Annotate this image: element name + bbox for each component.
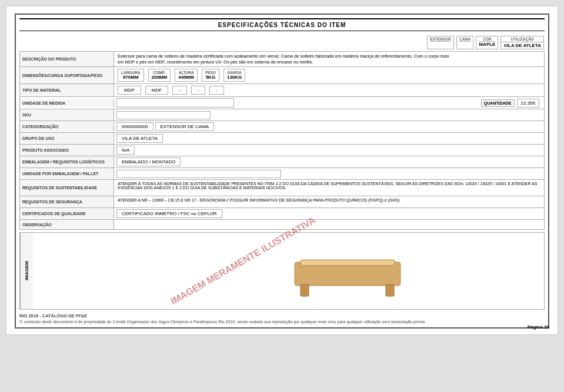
- qualidade-content: CERTIFICADO INMETRO / FSC ou CEFLOR: [114, 208, 544, 219]
- tipo-label: TIPO DE MATERIAL: [20, 84, 114, 96]
- header-cama: CAMA: [456, 36, 474, 49]
- footer: RIO 2016 - CATÁLOGO DE FF&E O conteúdo d…: [19, 313, 545, 324]
- embalagem-value: EMBALADO / MONTADO: [116, 158, 181, 166]
- tipo-row: TIPO DE MATERIAL MDP MDF - - -: [19, 83, 545, 96]
- garga-cell: GARGA 130KG: [223, 69, 245, 82]
- sustent-row: REQUISITOS DE SUSTENTABILIDADE ATENDER À…: [19, 179, 545, 196]
- dimensoes-row: DIMENSÕES/CARGA SUPORTADA/PESO LARGURA 9…: [19, 66, 545, 83]
- grupo-value: VILA DE ATLETA: [116, 134, 163, 143]
- qualidade-value: CERTIFICADO INMETRO / FSC ou CEFLOR: [116, 209, 222, 218]
- observacao-content: [114, 220, 544, 229]
- tipo-content: MDP MDF - - -: [114, 84, 544, 96]
- sustent-content: ATENDER À TODAS AS NORMAS DE SUSTENTABIL…: [114, 180, 544, 196]
- seguranca-row: REQUISITOS DE SEGURANÇA ATENDER A NR – 1…: [19, 196, 545, 207]
- header-cor: COR MAPLE: [476, 36, 498, 49]
- unidade-box: [116, 98, 234, 108]
- descricao-row: DESCRIÇÃO DO PRODUTO Extensor para cama …: [19, 51, 545, 66]
- largura-cell: LARGURA 970MM: [118, 69, 144, 82]
- image-content: IMAGEM MERAMENTE ILUSTRATIVA: [33, 233, 544, 309]
- tipo-val5: -: [209, 86, 224, 95]
- categ-code: 0000000000: [116, 122, 153, 131]
- pallet-label: UNIDADE POR EMBALAGEM / PALLET: [20, 168, 114, 179]
- tipo-val1: MDP: [118, 86, 141, 95]
- page-title: ESPECIFICAÇÕES TÉCNICAS DO ITEM: [19, 18, 545, 31]
- header-utilizacao: UTILIZAÇÃO VILA DE ATLETA: [500, 36, 544, 49]
- tipo-val3: -: [172, 86, 187, 95]
- pallet-row: UNIDADE POR EMBALAGEM / PALLET: [19, 167, 545, 179]
- sku-box: [116, 111, 211, 119]
- sku-label: SKU: [20, 109, 114, 120]
- svg-rect-2: [301, 284, 309, 296]
- sustent-label: REQUISITOS DE SUSTENTABILIDADE: [20, 180, 114, 196]
- qualidade-row: CERTIFICADOS DE QUALIDADE CERTIFICADO IN…: [19, 207, 545, 219]
- footer-title: RIO 2016 - CATÁLOGO DE FF&E: [19, 313, 545, 319]
- pallet-box: [116, 170, 281, 178]
- quantidade-box: QUANTIDADE 22.356: [481, 99, 542, 108]
- header-extensor: EXTENSOR: [427, 36, 454, 49]
- furniture-illustration: [289, 244, 406, 303]
- produto-value: N/A: [116, 146, 135, 155]
- page-number: Página 20: [528, 324, 549, 330]
- categ-desc: EXTENSOR DE CAMA: [155, 122, 215, 131]
- produto-content: N/A: [114, 145, 544, 156]
- embalagem-label: EMBALAGEM / REQUISITOS LOGÍSTICOS: [20, 156, 114, 167]
- descricao-content: Extensor para cama de solteiro de madeir…: [114, 52, 544, 66]
- observacao-label: OBSERVAÇÃO: [20, 220, 114, 229]
- pallet-content: [114, 168, 544, 179]
- observacao-row: OBSERVAÇÃO: [19, 219, 545, 230]
- produto-row: PRODUTO ASSOCIADO N/A: [19, 144, 545, 156]
- grupo-row: GRUPO DE USO VILA DE ATLETA: [19, 132, 545, 144]
- unidade-content: QUANTIDADE 22.356: [114, 97, 544, 109]
- grupo-content: VILA DE ATLETA: [114, 133, 544, 144]
- embalagem-row: EMBALAGEM / REQUISITOS LOGÍSTICOS EMBALA…: [19, 156, 545, 167]
- grupo-label: GRUPO DE USO: [20, 133, 114, 144]
- image-section: IMAGEM IMAGEM MERAMENTE ILUSTRATIVA: [19, 232, 545, 310]
- svg-rect-3: [386, 284, 394, 296]
- unidade-row: UNIDADE DE MEDIDA QUANTIDADE 22.356: [19, 96, 545, 109]
- categ-label: CATEGORIZAÇÃO: [20, 121, 114, 132]
- unidade-label: UNIDADE DE MEDIDA: [20, 99, 114, 107]
- tipo-val4: -: [191, 86, 206, 95]
- dimensoes-content: LARGURA 970MM COMP. 200MM ALTURA 445MM P…: [114, 67, 544, 83]
- image-label: IMAGEM: [20, 233, 33, 309]
- comp-cell: COMP. 200MM: [148, 69, 171, 82]
- footer-text: O conteúdo deste documento é de propried…: [19, 320, 545, 324]
- descricao-label: DESCRIÇÃO DO PRODUTO: [20, 52, 114, 66]
- sku-row: SKU: [19, 109, 545, 120]
- seguranca-label: REQUISITOS DE SEGURANÇA: [20, 196, 114, 207]
- dimensoes-label: DIMENSÕES/CARGA SUPORTADA/PESO: [20, 67, 114, 83]
- categ-row: CATEGORIZAÇÃO 0000000000 EXTENSOR DE CAM…: [19, 120, 545, 132]
- categ-content: 0000000000 EXTENSOR DE CAMA: [114, 121, 544, 132]
- peso-cell: PESO 5KG: [202, 69, 219, 82]
- embalagem-content: EMBALADO / MONTADO: [114, 156, 544, 167]
- seguranca-content: ATENDER A NR – 13966 – CB 15 E NR 17 - E…: [114, 196, 544, 207]
- qualidade-label: CERTIFICADOS DE QUALIDADE: [20, 208, 114, 219]
- svg-rect-4: [302, 261, 393, 264]
- altura-cell: ALTURA 445MM: [175, 69, 198, 82]
- produto-label: PRODUTO ASSOCIADO: [20, 145, 114, 156]
- tipo-val2: MDF: [145, 86, 168, 95]
- sku-content: [114, 109, 544, 120]
